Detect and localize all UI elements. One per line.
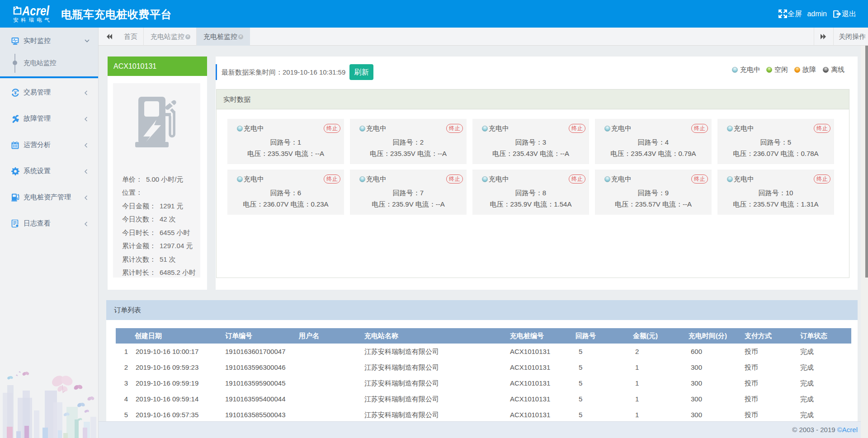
svg-text:¥: ¥: [14, 90, 17, 95]
